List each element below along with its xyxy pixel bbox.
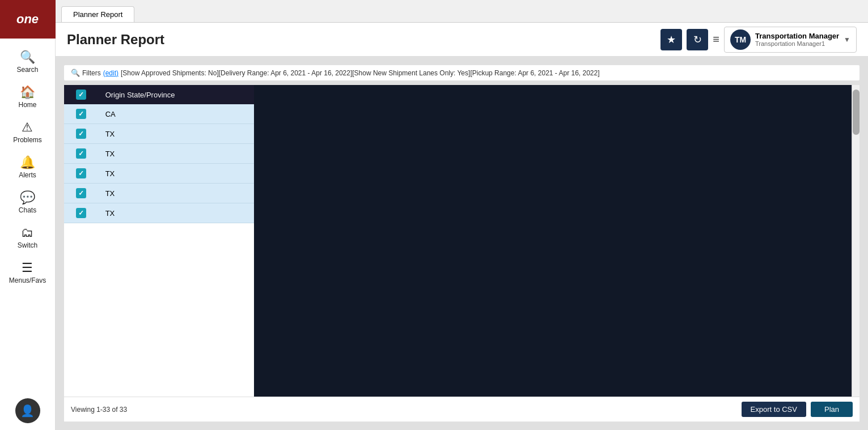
row-checkbox-cell	[64, 184, 99, 203]
header-actions: ★ ↻ ≡ TM Transportation Manager Transpor…	[660, 27, 857, 53]
sidebar-item-home[interactable]: 🏠 Home	[9, 79, 46, 114]
search-icon: 🔍	[20, 50, 35, 65]
sidebar-label-search: Search	[16, 66, 38, 74]
sidebar: one 🔍 Search 🏠 Home ⚠ Problems 🔔 Alerts …	[0, 0, 56, 430]
tab-bar: Planner Report	[56, 0, 868, 23]
chats-icon: 💬	[20, 190, 35, 205]
user-name: Transportation Manager	[755, 32, 839, 40]
table-container: Origin State/Province CA TX TX	[64, 85, 859, 422]
row-checkbox-0[interactable]	[76, 109, 86, 119]
scroll-thumb[interactable]	[853, 90, 859, 135]
plan-button[interactable]: Plan	[811, 402, 853, 417]
sidebar-label-chats: Chats	[19, 206, 36, 214]
sidebar-item-switch[interactable]: 🗂 Switch	[9, 220, 46, 255]
row-checkbox-1[interactable]	[76, 129, 86, 139]
col-checkbox-header	[64, 85, 99, 104]
sidebar-label-alerts: Alerts	[19, 171, 36, 179]
page-title: Planner Report	[67, 32, 660, 48]
table-scroll: Origin State/Province CA TX TX	[64, 85, 859, 397]
filters-text: [Show Approved Shipments: No][Delivery R…	[121, 69, 600, 77]
user-avatar-bottom[interactable]: 👤	[15, 398, 40, 423]
row-checkbox-2[interactable]	[76, 148, 86, 159]
user-role: Transportation Manager1	[755, 40, 839, 47]
row-state-cell-2: TX	[99, 144, 254, 164]
col-origin-state-header: Origin State/Province	[99, 85, 254, 104]
sidebar-label-menus: Menus/Favs	[9, 276, 46, 284]
select-all-checkbox[interactable]	[76, 90, 86, 100]
problems-icon: ⚠	[22, 120, 33, 135]
row-checkbox-5[interactable]	[76, 208, 86, 218]
table-row: TX	[64, 144, 254, 164]
row-checkbox-3[interactable]	[76, 168, 86, 178]
row-state-cell-1: TX	[99, 124, 254, 144]
sidebar-label-problems: Problems	[13, 136, 42, 144]
row-checkbox-cell	[64, 203, 99, 223]
filters-label: Filters	[82, 69, 101, 77]
switch-icon: 🗂	[21, 225, 33, 240]
scroll-track[interactable]	[852, 85, 859, 397]
sidebar-item-menus[interactable]: ☰ Menus/Favs	[9, 255, 46, 290]
main-content: Planner Report Planner Report ★ ↻ ≡ TM T…	[56, 0, 868, 430]
page-header: Planner Report ★ ↻ ≡ TM Transportation M…	[56, 23, 868, 57]
chevron-down-icon: ▼	[844, 36, 850, 44]
user-initials: TM	[730, 29, 751, 50]
row-state-cell-5: TX	[99, 203, 254, 223]
menus-icon: ☰	[22, 261, 33, 275]
table-row: TX	[64, 124, 254, 144]
home-icon: 🏠	[20, 85, 35, 100]
sidebar-item-search[interactable]: 🔍 Search	[9, 44, 46, 79]
planner-report-tab[interactable]: Planner Report	[61, 6, 134, 22]
user-badge[interactable]: TM Transportation Manager Transportation…	[724, 27, 857, 53]
filter-icon: 🔍	[71, 69, 80, 77]
table-row: CA	[64, 104, 254, 124]
row-checkbox-cell	[64, 144, 99, 164]
sidebar-item-alerts[interactable]: 🔔 Alerts	[9, 150, 46, 185]
table-row: TX	[64, 203, 254, 223]
row-state-cell-0: CA	[99, 104, 254, 124]
refresh-button[interactable]: ↻	[687, 29, 708, 50]
row-checkbox-4[interactable]	[76, 188, 86, 198]
table-row: TX	[64, 184, 254, 203]
star-button[interactable]: ★	[660, 29, 682, 50]
row-checkbox-cell	[64, 164, 99, 184]
footer-actions: Export to CSV Plan	[742, 402, 853, 417]
user-info: Transportation Manager Transportation Ma…	[755, 32, 839, 47]
sidebar-item-chats[interactable]: 💬 Chats	[9, 185, 46, 220]
table-right-panel	[254, 85, 852, 397]
content-area: 🔍 Filters (edit) [Show Approved Shipment…	[56, 57, 868, 430]
filters-bar: 🔍 Filters (edit) [Show Approved Shipment…	[64, 65, 859, 80]
table-footer: Viewing 1-33 of 33 Export to CSV Plan	[64, 397, 859, 422]
sidebar-label-home: Home	[18, 101, 36, 109]
export-csv-button[interactable]: Export to CSV	[742, 402, 806, 417]
menu-button[interactable]: ≡	[713, 33, 719, 46]
alerts-icon: 🔔	[20, 155, 35, 170]
sidebar-label-switch: Switch	[18, 241, 37, 249]
viewing-text: Viewing 1-33 of 33	[71, 406, 127, 414]
sidebar-item-problems[interactable]: ⚠ Problems	[9, 114, 46, 150]
table-row: TX	[64, 164, 254, 184]
data-table: Origin State/Province CA TX TX	[64, 85, 254, 223]
table-header-row: Origin State/Province	[64, 85, 254, 104]
row-checkbox-cell	[64, 104, 99, 124]
filters-edit-link[interactable]: (edit)	[103, 69, 118, 77]
row-state-cell-4: TX	[99, 184, 254, 203]
app-logo: one	[0, 0, 56, 39]
row-checkbox-cell	[64, 124, 99, 144]
row-state-cell-3: TX	[99, 164, 254, 184]
